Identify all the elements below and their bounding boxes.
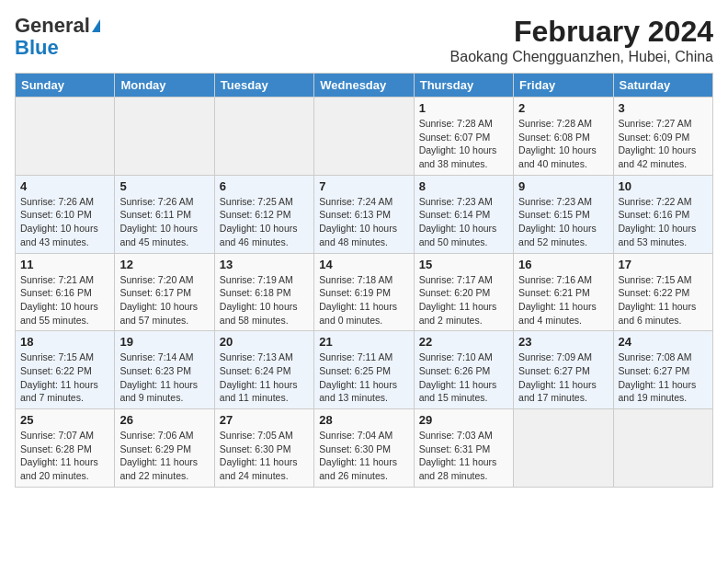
calendar-cell-w2d6: 17Sunrise: 7:15 AM Sunset: 6:22 PM Dayli… <box>613 253 712 331</box>
day-info: Sunrise: 7:19 AM Sunset: 6:18 PM Dayligh… <box>220 273 309 327</box>
calendar-cell-w0d5: 2Sunrise: 7:28 AM Sunset: 6:08 PM Daylig… <box>514 98 613 176</box>
day-number: 29 <box>419 413 508 427</box>
calendar-cell-w3d3: 21Sunrise: 7:11 AM Sunset: 6:25 PM Dayli… <box>314 331 414 409</box>
day-number: 6 <box>220 179 309 193</box>
day-info: Sunrise: 7:23 AM Sunset: 6:14 PM Dayligh… <box>419 195 508 249</box>
day-number: 7 <box>319 179 408 193</box>
day-number: 19 <box>119 335 209 349</box>
day-number: 20 <box>220 335 309 349</box>
weekday-header-tuesday: Tuesday <box>214 74 313 98</box>
day-info: Sunrise: 7:16 AM Sunset: 6:21 PM Dayligh… <box>518 273 608 327</box>
calendar-cell-w3d2: 20Sunrise: 7:13 AM Sunset: 6:24 PM Dayli… <box>214 331 313 409</box>
weekday-header-friday: Friday <box>514 74 613 98</box>
day-number: 4 <box>20 179 109 193</box>
day-number: 14 <box>319 258 408 271</box>
calendar-cell-w4d1: 26Sunrise: 7:06 AM Sunset: 6:29 PM Dayli… <box>115 409 214 488</box>
day-info: Sunrise: 7:17 AM Sunset: 6:20 PM Dayligh… <box>419 273 508 327</box>
calendar-cell-w1d2: 6Sunrise: 7:25 AM Sunset: 6:12 PM Daylig… <box>214 175 313 253</box>
calendar-cell-w2d5: 16Sunrise: 7:16 AM Sunset: 6:21 PM Dayli… <box>514 253 613 331</box>
calendar-cell-w4d6 <box>613 409 712 488</box>
day-info: Sunrise: 7:21 AM Sunset: 6:16 PM Dayligh… <box>20 273 109 327</box>
day-info: Sunrise: 7:03 AM Sunset: 6:31 PM Dayligh… <box>419 429 508 483</box>
day-info: Sunrise: 7:24 AM Sunset: 6:13 PM Dayligh… <box>319 195 408 249</box>
calendar-cell-w3d1: 19Sunrise: 7:14 AM Sunset: 6:23 PM Dayli… <box>115 331 214 409</box>
day-number: 18 <box>20 335 109 349</box>
day-number: 12 <box>119 258 209 271</box>
day-info: Sunrise: 7:18 AM Sunset: 6:19 PM Dayligh… <box>319 273 408 327</box>
calendar-cell-w4d3: 28Sunrise: 7:04 AM Sunset: 6:30 PM Dayli… <box>314 409 414 488</box>
day-number: 16 <box>518 258 608 271</box>
day-info: Sunrise: 7:06 AM Sunset: 6:29 PM Dayligh… <box>119 429 209 483</box>
day-number: 1 <box>419 101 508 115</box>
day-info: Sunrise: 7:25 AM Sunset: 6:12 PM Dayligh… <box>220 195 309 249</box>
weekday-header-wednesday: Wednesday <box>314 74 414 98</box>
logo: General Blue <box>15 15 100 59</box>
weekday-header-thursday: Thursday <box>414 74 513 98</box>
day-number: 11 <box>20 258 109 271</box>
day-info: Sunrise: 7:28 AM Sunset: 6:07 PM Dayligh… <box>419 117 508 171</box>
page-title: February 2024 <box>450 15 713 49</box>
calendar-cell-w1d0: 4Sunrise: 7:26 AM Sunset: 6:10 PM Daylig… <box>16 175 115 253</box>
day-info: Sunrise: 7:11 AM Sunset: 6:25 PM Dayligh… <box>319 350 408 405</box>
calendar-cell-w3d4: 22Sunrise: 7:10 AM Sunset: 6:26 PM Dayli… <box>414 331 513 409</box>
calendar-cell-w0d0 <box>16 98 115 176</box>
day-info: Sunrise: 7:27 AM Sunset: 6:09 PM Dayligh… <box>619 117 708 171</box>
day-number: 8 <box>419 179 508 193</box>
day-number: 23 <box>518 335 608 349</box>
calendar-cell-w0d3 <box>314 98 414 176</box>
calendar-cell-w2d3: 14Sunrise: 7:18 AM Sunset: 6:19 PM Dayli… <box>314 253 414 331</box>
day-info: Sunrise: 7:22 AM Sunset: 6:16 PM Dayligh… <box>619 195 708 249</box>
calendar-cell-w3d0: 18Sunrise: 7:15 AM Sunset: 6:22 PM Dayli… <box>16 331 115 409</box>
day-number: 15 <box>419 258 508 271</box>
logo-blue: Blue <box>15 37 59 59</box>
logo-general: General <box>15 15 90 37</box>
day-number: 22 <box>419 335 508 349</box>
calendar-cell-w4d5 <box>514 409 613 488</box>
day-number: 27 <box>220 413 309 427</box>
day-number: 17 <box>619 258 708 271</box>
calendar-cell-w0d4: 1Sunrise: 7:28 AM Sunset: 6:07 PM Daylig… <box>414 98 513 176</box>
day-info: Sunrise: 7:14 AM Sunset: 6:23 PM Dayligh… <box>119 350 209 405</box>
day-info: Sunrise: 7:09 AM Sunset: 6:27 PM Dayligh… <box>518 350 608 405</box>
day-info: Sunrise: 7:20 AM Sunset: 6:17 PM Dayligh… <box>119 273 209 327</box>
day-number: 10 <box>619 179 708 193</box>
calendar-cell-w0d6: 3Sunrise: 7:27 AM Sunset: 6:09 PM Daylig… <box>613 98 712 176</box>
weekday-header-monday: Monday <box>115 74 214 98</box>
day-info: Sunrise: 7:26 AM Sunset: 6:10 PM Dayligh… <box>20 195 109 249</box>
day-number: 5 <box>119 179 209 193</box>
day-info: Sunrise: 7:10 AM Sunset: 6:26 PM Dayligh… <box>419 350 508 405</box>
day-info: Sunrise: 7:13 AM Sunset: 6:24 PM Dayligh… <box>220 350 309 405</box>
calendar-cell-w2d0: 11Sunrise: 7:21 AM Sunset: 6:16 PM Dayli… <box>16 253 115 331</box>
day-info: Sunrise: 7:07 AM Sunset: 6:28 PM Dayligh… <box>20 429 109 483</box>
day-number: 25 <box>20 413 109 427</box>
header: General Blue February 2024 Baokang Cheng… <box>15 15 713 65</box>
logo-triangle-icon <box>92 19 100 32</box>
calendar-cell-w0d2 <box>214 98 313 176</box>
calendar-cell-w4d4: 29Sunrise: 7:03 AM Sunset: 6:31 PM Dayli… <box>414 409 513 488</box>
day-number: 28 <box>319 413 408 427</box>
weekday-header-sunday: Sunday <box>16 74 115 98</box>
calendar-cell-w1d6: 10Sunrise: 7:22 AM Sunset: 6:16 PM Dayli… <box>613 175 712 253</box>
day-number: 26 <box>119 413 209 427</box>
day-info: Sunrise: 7:15 AM Sunset: 6:22 PM Dayligh… <box>619 273 708 327</box>
day-number: 21 <box>319 335 408 349</box>
day-number: 2 <box>518 101 608 115</box>
calendar-cell-w0d1 <box>115 98 214 176</box>
day-info: Sunrise: 7:08 AM Sunset: 6:27 PM Dayligh… <box>619 350 708 405</box>
calendar-cell-w1d4: 8Sunrise: 7:23 AM Sunset: 6:14 PM Daylig… <box>414 175 513 253</box>
day-info: Sunrise: 7:05 AM Sunset: 6:30 PM Dayligh… <box>220 429 309 483</box>
day-info: Sunrise: 7:04 AM Sunset: 6:30 PM Dayligh… <box>319 429 408 483</box>
day-number: 24 <box>619 335 708 349</box>
weekday-header-saturday: Saturday <box>613 74 712 98</box>
day-number: 3 <box>619 101 708 115</box>
calendar-cell-w3d6: 24Sunrise: 7:08 AM Sunset: 6:27 PM Dayli… <box>613 331 712 409</box>
day-number: 9 <box>518 179 608 193</box>
calendar-cell-w1d1: 5Sunrise: 7:26 AM Sunset: 6:11 PM Daylig… <box>115 175 214 253</box>
calendar-cell-w2d1: 12Sunrise: 7:20 AM Sunset: 6:17 PM Dayli… <box>115 253 214 331</box>
title-area: February 2024 Baokang Chengguanzhen, Hub… <box>450 15 713 65</box>
calendar-cell-w2d2: 13Sunrise: 7:19 AM Sunset: 6:18 PM Dayli… <box>214 253 313 331</box>
calendar-cell-w4d0: 25Sunrise: 7:07 AM Sunset: 6:28 PM Dayli… <box>16 409 115 488</box>
day-info: Sunrise: 7:28 AM Sunset: 6:08 PM Dayligh… <box>518 117 608 171</box>
day-info: Sunrise: 7:15 AM Sunset: 6:22 PM Dayligh… <box>20 350 109 405</box>
calendar-cell-w4d2: 27Sunrise: 7:05 AM Sunset: 6:30 PM Dayli… <box>214 409 313 488</box>
